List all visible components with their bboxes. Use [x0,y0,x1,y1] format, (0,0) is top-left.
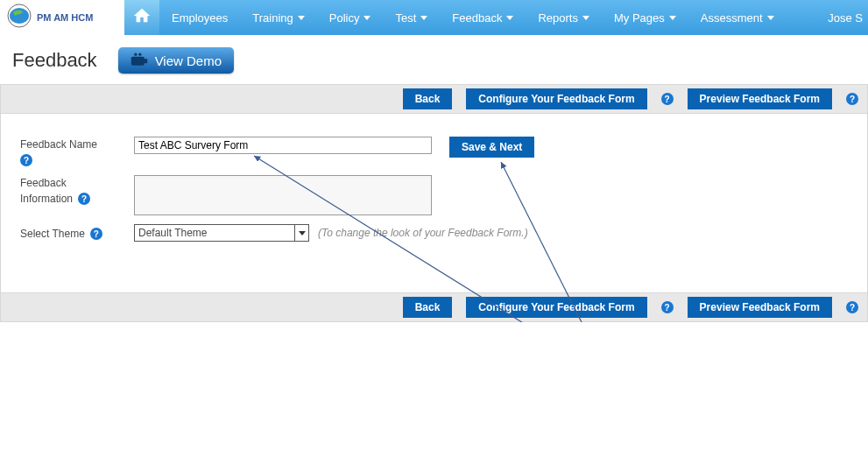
save-next-button[interactable]: Save & Next [449,137,534,158]
nav-label: Reports [538,11,578,25]
row-feedback-name: Feedback Name ? Save & Next [20,137,848,166]
help-icon[interactable]: ? [90,228,102,240]
chevron-down-icon [298,16,305,20]
view-demo-label: View Demo [155,53,222,68]
preview-button[interactable]: Preview Feedback Form [688,88,832,109]
select-theme-label: Select Theme [20,228,85,240]
page-header: Feedback View Demo [0,35,868,84]
chevron-down-icon [582,16,589,20]
nav-label: Employees [172,11,228,25]
nav-item-reports[interactable]: Reports [526,0,602,35]
home-icon [132,6,152,29]
chevron-down-icon [669,16,676,20]
svg-point-1 [10,8,29,24]
svg-point-5 [138,53,141,55]
help-icon[interactable]: ? [78,193,90,205]
feedback-info-label-2: Information [20,193,73,205]
nav-item-employees[interactable]: Employees [159,0,240,35]
action-bar-bottom: Back Configure Your Feedback Form ? Prev… [0,292,868,322]
nav-label: Assessment [701,11,763,25]
preview-button[interactable]: Preview Feedback Form [688,297,832,318]
home-button[interactable] [124,0,159,35]
chevron-down-icon [294,225,308,241]
back-button[interactable]: Back [403,297,453,318]
nav-item-mypages[interactable]: My Pages [602,0,688,35]
nav-label: Test [395,11,416,25]
theme-hint: (To change the look of your Feedback For… [318,227,528,239]
nav-label: Training [252,11,293,25]
chevron-down-icon [506,16,513,20]
configure-button[interactable]: Configure Your Feedback Form [466,297,646,318]
globe-icon [5,2,33,33]
nav-label: Feedback [452,11,502,25]
brand-logo: PM AM HCM [0,0,124,35]
help-icon[interactable]: ? [661,301,674,313]
configure-button[interactable]: Configure Your Feedback Form [466,88,646,109]
select-theme-value: Default Theme [138,227,208,239]
chevron-down-icon [767,16,774,20]
help-icon[interactable]: ? [661,93,674,105]
back-button[interactable]: Back [403,88,453,109]
nav-item-policy[interactable]: Policy [317,0,384,35]
help-icon[interactable]: ? [846,93,858,105]
top-nav: PM AM HCM Employees Training Policy Test… [0,0,868,35]
nav-item-assessment[interactable]: Assessment [688,0,787,35]
help-icon[interactable]: ? [20,154,32,166]
feedback-info-label-1: Feedback [20,177,134,189]
page-title: Feedback [12,49,97,72]
row-select-theme: Select Theme ? Default Theme (To change … [20,224,848,242]
nav-label: My Pages [614,11,665,25]
svg-rect-3 [144,59,146,63]
view-demo-button[interactable]: View Demo [118,47,234,74]
chevron-down-icon [363,16,370,20]
nav-label: Policy [329,11,360,25]
feedback-info-textarea[interactable] [134,175,432,215]
camera-icon [131,53,148,69]
select-theme-dropdown[interactable]: Default Theme [134,224,309,242]
user-name[interactable]: Jose S [828,0,868,35]
help-icon[interactable]: ? [846,301,858,313]
row-feedback-info: Feedback Information ? [20,175,848,215]
svg-point-4 [134,53,137,55]
nav-item-training[interactable]: Training [240,0,316,35]
nav-item-test[interactable]: Test [383,0,440,35]
svg-rect-2 [131,56,144,65]
brand-text: PM AM HCM [37,12,93,23]
feedback-name-input[interactable] [134,137,432,154]
action-bar-top: Back Configure Your Feedback Form ? Prev… [0,84,868,114]
nav-items: Employees Training Policy Test Feedback … [159,0,787,35]
feedback-name-label: Feedback Name [20,138,97,151]
chevron-down-icon [420,16,427,20]
nav-item-feedback[interactable]: Feedback [440,0,526,35]
feedback-form: Feedback Name ? Save & Next Feedback Inf… [0,114,868,292]
